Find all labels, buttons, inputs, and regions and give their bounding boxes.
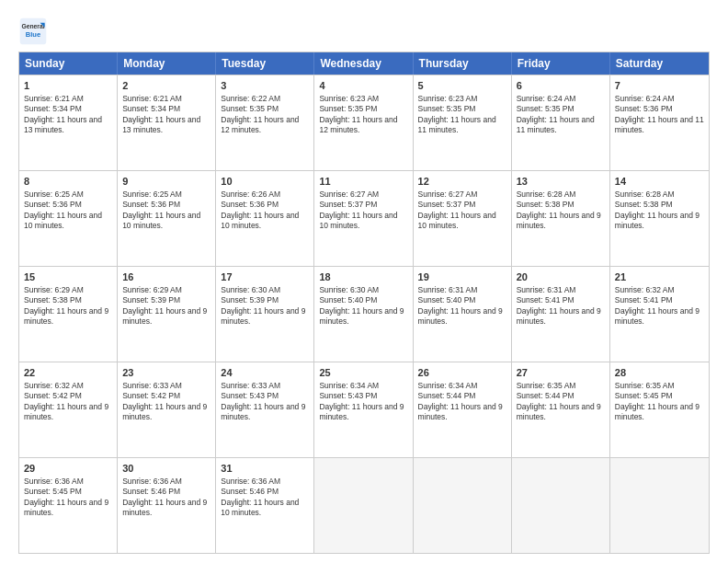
day-info: Sunrise: 6:26 AMSunset: 5:36 PMDaylight:… (221, 190, 309, 232)
cal-cell: 21Sunrise: 6:32 AMSunset: 5:41 PMDayligh… (610, 267, 709, 362)
day-info: Sunrise: 6:30 AMSunset: 5:39 PMDaylight:… (221, 285, 309, 327)
header-day-friday: Friday (512, 52, 610, 75)
day-number: 4 (319, 79, 407, 93)
day-info: Sunrise: 6:27 AMSunset: 5:37 PMDaylight:… (418, 190, 506, 232)
day-number: 7 (615, 79, 704, 93)
day-number: 16 (122, 270, 210, 284)
day-info: Sunrise: 6:35 AMSunset: 5:44 PMDaylight:… (517, 381, 605, 423)
day-info: Sunrise: 6:34 AMSunset: 5:44 PMDaylight:… (418, 381, 506, 423)
day-number: 3 (221, 79, 309, 93)
day-info: Sunrise: 6:36 AMSunset: 5:46 PMDaylight:… (221, 477, 309, 519)
week-row-4: 22Sunrise: 6:32 AMSunset: 5:42 PMDayligh… (19, 362, 709, 457)
day-number: 6 (517, 79, 605, 93)
day-number: 1 (24, 79, 112, 93)
day-number: 18 (319, 270, 407, 284)
day-number: 19 (418, 270, 506, 284)
day-number: 21 (615, 270, 704, 284)
day-info: Sunrise: 6:23 AMSunset: 5:35 PMDaylight:… (319, 94, 407, 136)
day-number: 26 (418, 366, 506, 380)
day-number: 22 (24, 366, 112, 380)
day-number: 25 (319, 366, 407, 380)
svg-text:Blue: Blue (26, 30, 40, 39)
day-info: Sunrise: 6:33 AMSunset: 5:43 PMDaylight:… (221, 381, 309, 423)
day-number: 30 (122, 462, 210, 476)
cal-cell: 15Sunrise: 6:29 AMSunset: 5:38 PMDayligh… (19, 267, 118, 362)
cal-cell: 31Sunrise: 6:36 AMSunset: 5:46 PMDayligh… (216, 458, 314, 553)
day-info: Sunrise: 6:21 AMSunset: 5:34 PMDaylight:… (122, 94, 210, 136)
cal-cell (414, 458, 512, 553)
day-info: Sunrise: 6:25 AMSunset: 5:36 PMDaylight:… (24, 190, 112, 232)
day-info: Sunrise: 6:25 AMSunset: 5:36 PMDaylight:… (122, 190, 210, 232)
day-info: Sunrise: 6:32 AMSunset: 5:41 PMDaylight:… (615, 285, 704, 327)
day-info: Sunrise: 6:34 AMSunset: 5:43 PMDaylight:… (319, 381, 407, 423)
day-number: 31 (221, 462, 309, 476)
cal-cell: 1Sunrise: 6:21 AMSunset: 5:34 PMDaylight… (19, 75, 118, 170)
header-day-wednesday: Wednesday (314, 52, 413, 75)
cal-cell: 17Sunrise: 6:30 AMSunset: 5:39 PMDayligh… (216, 267, 314, 362)
cal-cell: 11Sunrise: 6:27 AMSunset: 5:37 PMDayligh… (314, 171, 413, 266)
day-info: Sunrise: 6:23 AMSunset: 5:35 PMDaylight:… (418, 94, 506, 136)
cal-cell (314, 458, 413, 553)
cal-cell: 29Sunrise: 6:36 AMSunset: 5:45 PMDayligh… (19, 458, 118, 553)
cal-cell: 14Sunrise: 6:28 AMSunset: 5:38 PMDayligh… (610, 171, 709, 266)
week-row-5: 29Sunrise: 6:36 AMSunset: 5:45 PMDayligh… (19, 457, 709, 553)
cal-cell: 16Sunrise: 6:29 AMSunset: 5:39 PMDayligh… (118, 267, 216, 362)
page: General Blue SundayMondayTuesdayWednesda… (0, 0, 728, 563)
cal-cell: 8Sunrise: 6:25 AMSunset: 5:36 PMDaylight… (19, 171, 118, 266)
calendar-header: SundayMondayTuesdayWednesdayThursdayFrid… (19, 52, 709, 75)
week-row-2: 8Sunrise: 6:25 AMSunset: 5:36 PMDaylight… (19, 170, 709, 266)
header-day-monday: Monday (118, 52, 216, 75)
header-day-tuesday: Tuesday (216, 52, 314, 75)
day-info: Sunrise: 6:35 AMSunset: 5:45 PMDaylight:… (615, 381, 704, 423)
cal-cell: 12Sunrise: 6:27 AMSunset: 5:37 PMDayligh… (414, 171, 512, 266)
day-info: Sunrise: 6:32 AMSunset: 5:42 PMDaylight:… (24, 381, 112, 423)
cal-cell: 20Sunrise: 6:31 AMSunset: 5:41 PMDayligh… (512, 267, 610, 362)
day-info: Sunrise: 6:31 AMSunset: 5:41 PMDaylight:… (517, 285, 605, 327)
week-row-3: 15Sunrise: 6:29 AMSunset: 5:38 PMDayligh… (19, 266, 709, 362)
day-number: 20 (517, 270, 605, 284)
cal-cell: 18Sunrise: 6:30 AMSunset: 5:40 PMDayligh… (314, 267, 413, 362)
cal-cell: 3Sunrise: 6:22 AMSunset: 5:35 PMDaylight… (216, 75, 314, 170)
day-info: Sunrise: 6:22 AMSunset: 5:35 PMDaylight:… (221, 94, 309, 136)
cal-cell (610, 458, 709, 553)
day-info: Sunrise: 6:24 AMSunset: 5:36 PMDaylight:… (615, 94, 704, 136)
day-number: 9 (122, 175, 210, 189)
week-row-1: 1Sunrise: 6:21 AMSunset: 5:34 PMDaylight… (19, 75, 709, 170)
day-info: Sunrise: 6:28 AMSunset: 5:38 PMDaylight:… (517, 190, 605, 232)
cal-cell: 7Sunrise: 6:24 AMSunset: 5:36 PMDaylight… (610, 75, 709, 170)
day-number: 17 (221, 270, 309, 284)
day-info: Sunrise: 6:29 AMSunset: 5:38 PMDaylight:… (24, 285, 112, 327)
header-day-sunday: Sunday (19, 52, 118, 75)
day-info: Sunrise: 6:30 AMSunset: 5:40 PMDaylight:… (319, 285, 407, 327)
cal-cell: 26Sunrise: 6:34 AMSunset: 5:44 PMDayligh… (414, 362, 512, 457)
cal-cell: 27Sunrise: 6:35 AMSunset: 5:44 PMDayligh… (512, 362, 610, 457)
day-number: 2 (122, 79, 210, 93)
cal-cell: 28Sunrise: 6:35 AMSunset: 5:45 PMDayligh… (610, 362, 709, 457)
day-number: 15 (24, 270, 112, 284)
svg-text:General: General (21, 23, 44, 29)
day-info: Sunrise: 6:31 AMSunset: 5:40 PMDaylight:… (418, 285, 506, 327)
cal-cell: 19Sunrise: 6:31 AMSunset: 5:40 PMDayligh… (414, 267, 512, 362)
day-number: 29 (24, 462, 112, 476)
day-info: Sunrise: 6:21 AMSunset: 5:34 PMDaylight:… (24, 94, 112, 136)
day-info: Sunrise: 6:36 AMSunset: 5:46 PMDaylight:… (122, 477, 210, 519)
day-number: 5 (418, 79, 506, 93)
cal-cell: 10Sunrise: 6:26 AMSunset: 5:36 PMDayligh… (216, 171, 314, 266)
cal-cell: 6Sunrise: 6:24 AMSunset: 5:35 PMDaylight… (512, 75, 610, 170)
cal-cell: 22Sunrise: 6:32 AMSunset: 5:42 PMDayligh… (19, 362, 118, 457)
logo: General Blue (18, 17, 48, 46)
day-number: 27 (517, 366, 605, 380)
day-number: 13 (517, 175, 605, 189)
cal-cell: 23Sunrise: 6:33 AMSunset: 5:42 PMDayligh… (118, 362, 216, 457)
cal-cell: 30Sunrise: 6:36 AMSunset: 5:46 PMDayligh… (118, 458, 216, 553)
calendar: SundayMondayTuesdayWednesdayThursdayFrid… (18, 52, 710, 554)
day-number: 11 (319, 175, 407, 189)
day-number: 24 (221, 366, 309, 380)
header: General Blue (18, 17, 710, 46)
logo-icon: General Blue (18, 17, 48, 46)
header-day-thursday: Thursday (414, 52, 512, 75)
day-info: Sunrise: 6:24 AMSunset: 5:35 PMDaylight:… (517, 94, 605, 136)
day-info: Sunrise: 6:33 AMSunset: 5:42 PMDaylight:… (122, 381, 210, 423)
cal-cell: 24Sunrise: 6:33 AMSunset: 5:43 PMDayligh… (216, 362, 314, 457)
day-number: 10 (221, 175, 309, 189)
